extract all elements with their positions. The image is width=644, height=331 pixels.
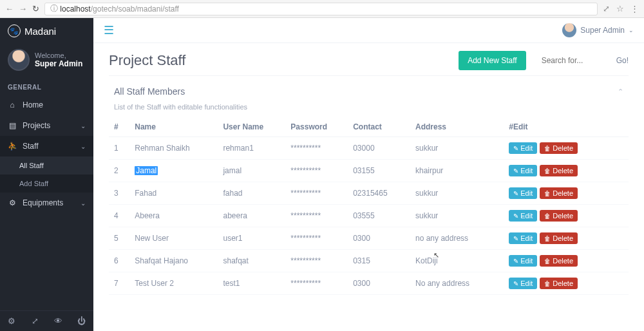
cell-username: jamal [218,160,285,182]
search-input[interactable] [539,52,610,70]
lock-icon[interactable]: 👁 [47,310,70,331]
menu-dots-icon[interactable]: ⋮ [630,4,639,14]
cell-name: Test User 2 [129,272,218,295]
cell-password: ********** [285,227,348,250]
cell-name: New User [129,227,218,250]
home-icon: ⌂ [8,100,17,109]
cell-num: 1 [109,137,129,160]
fullscreen-icon[interactable]: ⤢ [23,310,46,331]
hamburger-icon[interactable]: ☰ [104,23,114,37]
pencil-icon: ✎ [513,258,518,265]
cell-address: sukkur [410,182,504,205]
cell-actions: ✎ Edit🗑 Delete [504,137,629,160]
table-header-row: # Name User Name Password Contact Addres… [109,117,629,137]
trash-icon: 🗑 [544,213,551,220]
edit-button[interactable]: ✎ Edit [509,165,537,176]
sidebar-item-projects[interactable]: ▤Projects ⌄ [0,115,93,136]
cell-contact: 03000 [348,137,410,160]
sidebar-item-label: Projects [23,121,50,130]
cursor-icon: ↖ [433,251,439,260]
delete-button[interactable]: 🗑 Delete [540,142,578,154]
delete-button[interactable]: 🗑 Delete [540,187,578,199]
reload-icon[interactable]: ↻ [32,4,39,14]
cell-contact: 0315 [348,250,410,272]
topbar-user-menu[interactable]: Super Admin ⌄ [562,23,634,37]
zoom-icon[interactable]: ⤢ [603,4,610,14]
cell-contact: 03555 [348,205,410,227]
submenu-add-staff[interactable]: Add Staff [0,175,93,193]
settings-icon[interactable]: ⚙ [0,310,23,331]
edit-button[interactable]: ✎ Edit [509,232,537,244]
cell-num: 6 [109,250,129,272]
cell-username: fahad [218,182,285,205]
sidebar-item-equipments[interactable]: ⚙Equipments ⌄ [0,193,93,213]
cell-password: ********** [285,160,348,182]
projects-icon: ▤ [8,121,17,130]
chevron-down-icon: ⌄ [80,122,86,129]
edit-button[interactable]: ✎ Edit [509,278,537,289]
edit-button[interactable]: ✎ Edit [509,187,537,199]
staff-panel: All Staff Members ⌃ List of the Staff wi… [109,75,629,295]
pencil-icon: ✎ [513,190,518,197]
pencil-icon: ✎ [513,167,518,175]
staff-submenu: All Staff Add Staff [0,156,93,193]
cell-contact: 03155 [348,160,410,182]
submenu-all-staff[interactable]: All Staff [0,156,93,175]
edit-button[interactable]: ✎ Edit [509,142,537,154]
page-header: Project Staff Add New Staff Go! [93,43,644,75]
main: ☰ Super Admin ⌄ Project Staff Add New St… [93,18,644,331]
cell-name: Shafqat Hajano [129,250,218,272]
chevron-up-icon[interactable]: ⌃ [618,88,623,96]
delete-button[interactable]: 🗑 Delete [540,210,578,222]
table-row: 1Rehman Shaikhrehman1**********03000sukk… [109,137,629,160]
pencil-icon: ✎ [513,145,518,152]
cell-username: shafqat [218,250,285,272]
delete-button[interactable]: 🗑 Delete [540,165,578,176]
panel-title: All Staff Members [114,86,185,97]
topbar: ☰ Super Admin ⌄ [93,18,644,43]
forward-icon[interactable]: → [19,4,27,14]
page-title: Project Staff [109,52,185,69]
col-address: Address [410,117,504,137]
delete-button[interactable]: 🗑 Delete [540,232,578,244]
delete-button[interactable]: 🗑 Delete [540,255,578,267]
edit-button[interactable]: ✎ Edit [509,210,537,222]
trash-icon: 🗑 [544,258,551,265]
cell-address: sukkur [410,137,504,160]
avatar [8,49,30,71]
cell-address: KotDiji↖ [410,250,504,272]
url-bar[interactable]: ⓘ localhost /gotech/soab/madani/staff [44,3,598,15]
col-username: User Name [218,117,285,137]
chevron-down-icon: ⌄ [629,27,634,33]
browser-right-icons: ⤢ ☆ ⋮ [603,4,639,14]
trash-icon: 🗑 [544,280,551,287]
sidebar-item-label: Equipments [23,198,63,207]
edit-button[interactable]: ✎ Edit [509,255,537,267]
panel-subtitle: List of the Staff with editable function… [109,100,629,117]
sidebar-item-staff[interactable]: ⛹Staff ⌄ [0,136,93,156]
pencil-icon: ✎ [513,235,518,242]
cell-address: sukkur [410,205,504,227]
sidebar-item-home[interactable]: ⌂Home [0,95,93,115]
brand-name: Madani [24,26,56,37]
add-new-staff-button[interactable]: Add New Staff [459,51,526,70]
col-name: Name [129,117,218,137]
table-row: 7Test User 2test1**********0300No any ad… [109,272,629,295]
cell-address: no any address [410,227,504,250]
table-row: 5New Useruser1**********0300no any addre… [109,227,629,250]
browser-chrome: ← → ↻ ⓘ localhost /gotech/soab/madani/st… [0,0,644,18]
back-icon[interactable]: ← [5,4,14,14]
staff-table: # Name User Name Password Contact Addres… [109,117,629,295]
pencil-icon: ✎ [513,213,518,220]
star-icon[interactable]: ☆ [616,4,624,14]
cell-num: 3 [109,182,129,205]
delete-button[interactable]: 🗑 Delete [540,278,578,289]
cell-num: 4 [109,205,129,227]
search-go-button[interactable]: Go! [616,56,629,65]
brand[interactable]: 🐾 Madani [0,18,93,44]
cell-contact: 0300 [348,272,410,295]
sidebar: 🐾 Madani Welcome, Super Admin GENERAL ⌂H… [0,18,93,331]
trash-icon: 🗑 [544,167,551,175]
cell-actions: ✎ Edit🗑 Delete [504,227,629,250]
power-icon[interactable]: ⏻ [70,310,93,331]
